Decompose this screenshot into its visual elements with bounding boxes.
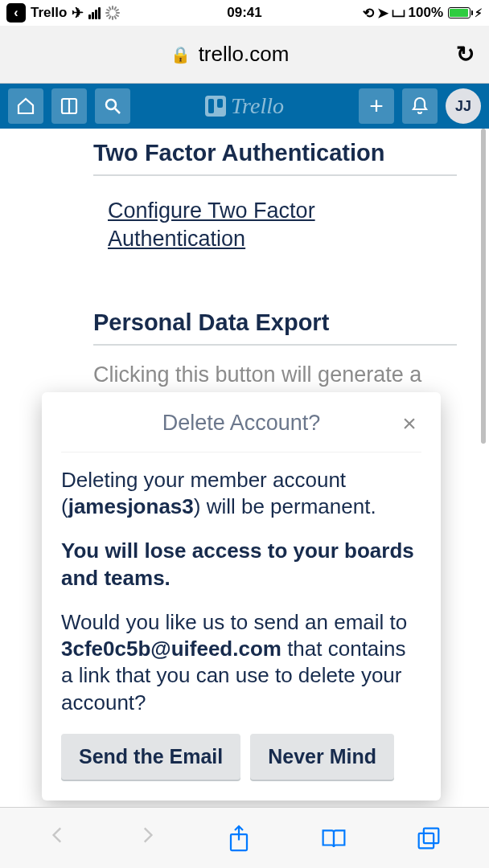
delete-account-modal: Delete Account? × Deleting your member a… [42, 392, 441, 800]
trello-header: Trello + JJ [0, 84, 489, 129]
configure-2fa-link[interactable]: Configure Two Factor Authentication [108, 197, 457, 253]
close-icon: × [402, 410, 417, 436]
battery-percent: 100% [409, 5, 443, 21]
chevron-left-icon [47, 823, 68, 847]
bookmarks-button[interactable] [320, 826, 347, 850]
svg-point-2 [106, 100, 116, 109]
book-icon [320, 826, 347, 850]
modal-username: jamesjonas3 [68, 494, 194, 518]
svg-line-3 [115, 108, 120, 113]
orientation-lock-icon: ⟲ [363, 5, 374, 22]
section-title-2fa: Two Factor Authentication [93, 140, 457, 166]
airplane-mode-icon: ✈︎ [72, 4, 84, 22]
home-icon [16, 96, 35, 116]
loading-spinner-icon [105, 6, 120, 20]
battery-icon [448, 7, 471, 18]
svg-rect-6 [424, 828, 438, 842]
avatar-initials: JJ [455, 98, 471, 115]
modal-body: Deleting your member account (jamesjonas… [61, 467, 421, 716]
modal-text: Would you like us to send an email to [61, 610, 407, 634]
boards-button[interactable] [51, 88, 87, 124]
never-mind-button[interactable]: Never Mind [250, 734, 394, 780]
back-to-app-icon[interactable]: ‹ [6, 3, 26, 23]
bell-icon [410, 96, 429, 116]
modal-warning: You will lose access to your boards and … [61, 538, 414, 589]
modal-title: Delete Account? [85, 411, 397, 436]
chevron-right-icon [137, 823, 158, 847]
url-domain: trello.com [199, 42, 290, 67]
avatar[interactable]: JJ [446, 88, 481, 124]
boards-icon [60, 96, 79, 116]
modal-email: 3cfe0c5b@uifeed.com [61, 637, 281, 661]
reload-icon[interactable]: ↻ [456, 41, 475, 68]
trello-logo[interactable]: Trello [205, 93, 284, 119]
home-button[interactable] [8, 88, 43, 124]
notifications-button[interactable] [402, 88, 438, 124]
screen-mirror-icon: ⌴ [392, 5, 405, 21]
section-title-export: Personal Data Export [93, 309, 457, 336]
trello-logo-text: Trello [231, 93, 284, 119]
forward-button[interactable] [137, 823, 158, 853]
share-icon [227, 824, 251, 853]
back-to-app-label[interactable]: Trello [31, 5, 67, 21]
tabs-button[interactable] [416, 825, 442, 851]
status-bar: ‹ Trello ✈︎ 09:41 ⟲ ➤ ⌴ 100% ⚡︎ [0, 0, 489, 26]
trello-logo-icon [205, 96, 226, 117]
browser-url-bar[interactable]: 🔒 trello.com ↻ [0, 26, 489, 84]
search-icon [103, 96, 122, 116]
scroll-indicator[interactable] [481, 129, 486, 444]
safari-toolbar [0, 807, 489, 868]
charging-icon: ⚡︎ [475, 6, 483, 19]
share-button[interactable] [227, 824, 251, 853]
location-icon: ➤ [377, 5, 388, 22]
modal-close-button[interactable]: × [397, 410, 421, 437]
create-button[interactable]: + [359, 88, 394, 124]
back-button[interactable] [47, 823, 68, 853]
cell-signal-icon [88, 7, 101, 19]
svg-rect-5 [419, 833, 434, 847]
lock-icon: 🔒 [171, 45, 191, 64]
modal-text: ) will be permanent. [194, 494, 376, 518]
clock: 09:41 [227, 5, 261, 21]
tabs-icon [416, 825, 442, 851]
send-email-button[interactable]: Send the Email [61, 734, 240, 780]
search-button[interactable] [95, 88, 130, 124]
plus-icon: + [369, 92, 384, 120]
